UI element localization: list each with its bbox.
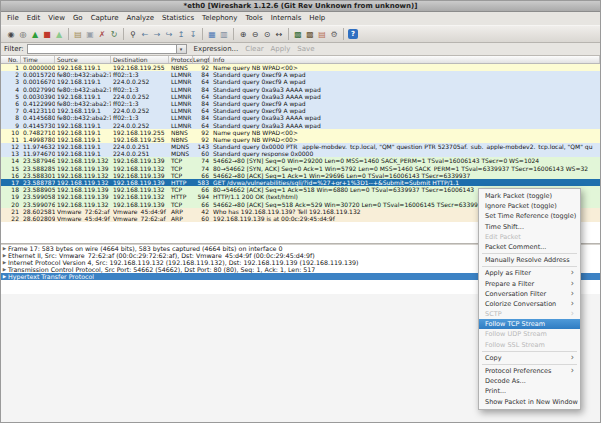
packet-time: 0.000000000 [21,64,55,71]
packet-row-15[interactable]: 1523.58828500192.168.119.139192.168.119.… [1,165,600,172]
packet-row-6[interactable]: 60.412299000fe80::b432:aba2:71d1:ff02::1… [1,100,600,107]
menu-item-sctp[interactable]: SCTP› [479,309,580,319]
menu-tools[interactable]: Tools [241,12,266,25]
menu-item-manually-resolve-address[interactable]: Manually Resolve Address [479,255,580,265]
menu-item-edit-packet[interactable]: Edit Packet [479,232,580,242]
open-file-icon[interactable]: ▤ [72,28,84,41]
filter-input[interactable] [27,44,177,54]
capture-options-icon[interactable]: ◎ [17,28,29,41]
menu-analyze[interactable]: Analyze [122,12,158,25]
column-header-length[interactable]: Length [193,56,210,63]
menu-item-mark-packet-toggle[interactable]: Mark Packet (toggle) [479,191,580,201]
restart-capture-icon[interactable]: ▲ [53,28,65,41]
menu-item-protocol-preferences[interactable]: Protocol Preferences› [479,366,580,376]
packet-source: 192.168.119.1 [55,78,111,85]
packet-row-14[interactable]: 1423.58794600192.168.119.132192.168.119.… [1,157,600,164]
menu-capture[interactable]: Capture [87,12,123,25]
packet-row-7[interactable]: 70.412311000192.168.119.1224.0.0.252LLMN… [1,107,600,114]
packet-row-4[interactable]: 40.002799000fe80::b432:aba2:71d1:ff02::1… [1,86,600,93]
packet-row-5[interactable]: 50.003039000192.168.119.1224.0.0.252LLMN… [1,93,600,100]
menu-item-follow-tcp-stream[interactable]: Follow TCP Stream [479,319,580,329]
menu-item-follow-udp-stream[interactable]: Follow UDP Stream [479,329,580,339]
menu-edit[interactable]: Edit [23,12,45,25]
menu-help[interactable]: Help [305,12,329,25]
column-header-destination[interactable]: Destination [111,56,169,63]
packet-row-12[interactable]: 1211.97463200192.168.119.1224.0.0.251MDN… [1,143,600,150]
menu-item-ignore-packet-toggle[interactable]: Ignore Packet (toggle) [479,201,580,211]
packet-row-10[interactable]: 100.748271000192.168.119.1192.168.119.25… [1,129,600,136]
find-packet-icon[interactable]: ⚲ [127,28,139,41]
packet-row-16[interactable]: 1623.58830100192.168.119.132192.168.119.… [1,172,600,179]
stop-capture-icon[interactable]: ■ [41,28,53,41]
resize-columns-icon[interactable]: ↔ [273,28,285,41]
go-to-bottom-icon[interactable]: ↧ [187,28,199,41]
expression-button[interactable]: Expression... [194,45,239,53]
packet-time: 23.59905800 [21,193,55,200]
column-header-source[interactable]: Source [55,56,111,63]
help-icon[interactable]: ? [348,29,358,39]
menu-go[interactable]: Go [69,12,87,25]
colorize-icon[interactable]: ▦ [206,28,218,41]
clear-button[interactable]: Clear [245,45,263,53]
zoom-in-icon[interactable]: ⊕ [237,28,249,41]
coloring-rules-icon[interactable]: ▤ [316,28,328,41]
packet-no: 15 [1,165,21,172]
save-file-icon[interactable]: ▣ [84,28,96,41]
go-back-icon[interactable]: ← [139,28,151,41]
menu-item-decode-as[interactable]: Decode As... [479,376,580,386]
save-button[interactable]: Save [297,45,314,53]
go-to-packet-icon[interactable]: ↪ [163,28,175,41]
menu-file[interactable]: File [3,12,23,25]
menu-telephony[interactable]: Telephony [198,12,241,25]
menu-item-print[interactable]: Print... [479,386,580,396]
menu-item-packet-comment[interactable]: Packet Comment... [479,242,580,252]
menu-item-set-time-reference-toggle[interactable]: Set Time Reference (toggle) [479,211,580,221]
menu-statistics[interactable]: Statistics [158,12,198,25]
column-header-time[interactable]: Time [21,56,55,63]
go-to-top-icon[interactable]: ↥ [175,28,187,41]
capture-filters-icon[interactable]: ▩ [292,28,304,41]
packet-row-8[interactable]: 80.414568000fe80::b432:aba2:71d1:ff02::1… [1,114,600,121]
menu-internals[interactable]: Internals [267,12,306,25]
toolbar-separator [288,28,289,40]
packet-no: 5 [1,93,21,100]
menu-item-copy[interactable]: Copy› [479,353,580,363]
packet-row-3[interactable]: 30.001667000192.168.119.1224.0.0.252LLMN… [1,78,600,85]
packet-row-9[interactable]: 90.414573000192.168.119.1224.0.0.252LLMN… [1,122,600,129]
expander-icon[interactable]: ▶ [1,266,8,273]
menu-item-follow-ssl-stream[interactable]: Follow SSL Stream [479,340,580,350]
menu-item-time-shift[interactable]: Time Shift... [479,222,580,232]
reload-icon[interactable]: ↻ [108,28,120,41]
autoscroll-icon[interactable]: ▥ [218,28,230,41]
packet-protocol: MDNS [169,150,193,157]
column-header-info[interactable]: Info [210,56,600,63]
expander-icon[interactable]: ▶ [1,252,8,259]
preferences-icon[interactable]: ⚙ [328,28,340,41]
packet-row-13[interactable]: 1311.97467000192.168.119.1224.0.0.251MDN… [1,150,600,157]
zoom-100-icon[interactable]: ⊙ [261,28,273,41]
expander-icon[interactable]: ▶ [1,273,8,280]
filter-dropdown-icon[interactable]: ▾ [177,44,187,54]
column-header-no[interactable]: No. [1,56,21,63]
packet-row-2[interactable]: 20.001572000fe80::b432:aba2:71d1:ff02::1… [1,71,600,78]
expander-icon[interactable]: ▶ [1,245,8,252]
go-forward-icon[interactable]: → [151,28,163,41]
column-header-protocol[interactable]: Protocol [169,56,193,63]
start-capture-icon[interactable]: ▲ [29,28,41,41]
menu-item-conversation-filter[interactable]: Conversation Filter› [479,289,580,299]
zoom-out-icon[interactable]: ⊖ [249,28,261,41]
packet-row-11[interactable]: 111.499878000192.168.119.1192.168.119.25… [1,136,600,143]
close-capture-icon[interactable]: ✗ [96,28,108,41]
expander-icon[interactable]: ▶ [1,259,8,266]
packet-row-1[interactable]: 10.000000000192.168.119.1192.168.119.255… [1,64,600,71]
apply-button[interactable]: Apply [271,45,291,53]
display-filters-icon[interactable]: ▩ [304,28,316,41]
detail-text: Hypertext Transfer Protocol [8,273,94,280]
menu-item-apply-as-filter[interactable]: Apply as Filter› [479,268,580,278]
menu-item-show-packet-in-new-window[interactable]: Show Packet in New Window [479,397,580,407]
menu-view[interactable]: View [44,12,69,25]
menu-item-prepare-a-filter[interactable]: Prepare a Filter› [479,279,580,289]
menu-item-colorize-conversation[interactable]: Colorize Conversation› [479,299,580,309]
packet-row-17[interactable]: 1723.58878700192.168.119.132192.168.119.… [1,179,600,186]
interfaces-icon[interactable]: ◉ [5,28,17,41]
